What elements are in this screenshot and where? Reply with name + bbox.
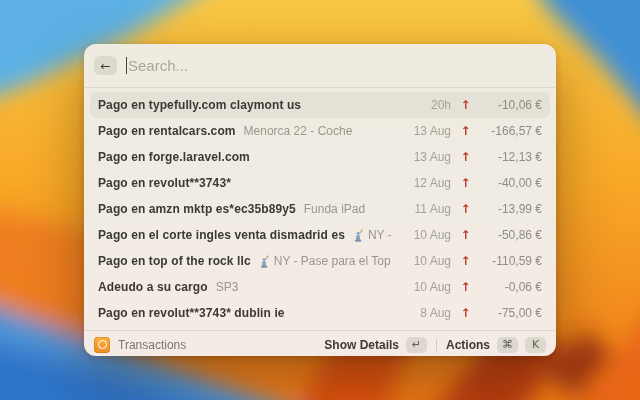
actions-button[interactable]: Actions [446,338,490,352]
transaction-subtitle: Menorca 22 - Coche [244,124,353,138]
transaction-amount: -166,57 € [480,124,542,138]
transactions-app-icon [94,337,110,353]
arrow-up-icon: ↑ [459,254,472,268]
arrow-up-icon: ↑ [459,280,472,294]
show-details-button[interactable]: Show Details [324,338,399,352]
transaction-row[interactable]: Pago en forge.laravel.com 13 Aug ↑ -12,1… [90,144,550,170]
arrow-up-icon: ↑ [459,306,472,320]
arrow-up-icon: ↑ [459,124,472,138]
footer-divider [436,339,437,351]
transaction-title: Pago en revolut**3743* [98,176,231,190]
transaction-subtitle: NY - Pase para el Top of the Rock [259,254,391,268]
transaction-amount: -50,86 € [480,228,542,242]
statue-of-liberty-icon [353,229,364,242]
transaction-subtitle: SP3 [216,280,239,294]
search-placeholder: Search... [128,57,188,74]
transaction-title: Pago en rentalcars.com [98,124,236,138]
transaction-amount: -75,00 € [480,306,542,320]
transaction-amount: -0,06 € [480,280,542,294]
transaction-date: 13 Aug [407,124,451,138]
transaction-date: 10 Aug [407,254,451,268]
transaction-title: Adeudo a su cargo [98,280,208,294]
app-label: Transactions [118,338,186,352]
transaction-row[interactable]: Adeudo a su cargo SP3 10 Aug ↑ -0,06 € [90,274,550,300]
arrow-up-icon: ↑ [459,228,472,242]
enter-key-icon: ↵ [406,337,427,353]
transaction-subtitle-text: Menorca 22 - Coche [244,124,353,138]
arrow-up-icon: ↑ [459,150,472,164]
transaction-amount: -40,00 € [480,176,542,190]
k-key-icon: K [525,337,546,353]
statue-of-liberty-icon [259,255,270,268]
transaction-title: Pago en forge.laravel.com [98,150,250,164]
transaction-date: 10 Aug [407,280,451,294]
transaction-amount: -10,06 € [480,98,542,112]
transaction-date: 8 Aug [407,306,451,320]
transaction-date: 11 Aug [407,202,451,216]
transaction-subtitle: Funda iPad [304,202,365,216]
transaction-date: 10 Aug [407,228,451,242]
transaction-subtitle-text: NY - Pase para el Top of the Rock [274,254,391,268]
transaction-date: 12 Aug [407,176,451,190]
transaction-title: Pago en typefully.com claymont us [98,98,301,112]
launcher-window: ← Search... Pago en typefully.com claymo… [84,44,556,356]
arrow-up-icon: ↑ [459,98,472,112]
cmd-key-icon: ⌘ [497,337,518,353]
transaction-row[interactable]: Pago en revolut**3743* 12 Aug ↑ -40,00 € [90,170,550,196]
transaction-row[interactable]: Pago en revolut**3743* dublin ie 8 Aug ↑… [90,300,550,326]
transaction-subtitle: NY - Seguro cancelación Hotel [353,228,391,242]
back-button[interactable]: ← [94,56,117,75]
transaction-date: 20h [407,98,451,112]
transaction-list: Pago en typefully.com claymont us 20h ↑ … [84,88,556,330]
transaction-row[interactable]: Pago en top of the rock llc NY - Pase pa… [90,248,550,274]
transaction-row[interactable]: Pago en rentalcars.com Menorca 22 - Coch… [90,118,550,144]
transaction-amount: -12,13 € [480,150,542,164]
status-bar: Transactions Show Details ↵ Actions ⌘ K [84,330,556,356]
arrow-up-icon: ↑ [459,176,472,190]
search-input[interactable]: Search... [126,44,546,87]
search-bar: ← Search... [84,44,556,88]
text-caret [126,57,127,74]
transaction-title: Pago en amzn mktp es*ec35b89y5 [98,202,296,216]
transaction-row[interactable]: Pago en el corte ingles venta dismadrid … [90,222,550,248]
transaction-row[interactable]: Pago en amzn mktp es*ec35b89y5 Funda iPa… [90,196,550,222]
transaction-amount: -13,99 € [480,202,542,216]
arrow-up-icon: ↑ [459,202,472,216]
transaction-date: 13 Aug [407,150,451,164]
transaction-subtitle-text: NY - Seguro cancelación Hotel [368,228,391,242]
transaction-title: Pago en top of the rock llc [98,254,251,268]
transaction-subtitle-text: SP3 [216,280,239,294]
transaction-amount: -110,59 € [480,254,542,268]
transaction-title: Pago en el corte ingles venta dismadrid … [98,228,345,242]
transaction-subtitle-text: Funda iPad [304,202,365,216]
transaction-row[interactable]: Pago en typefully.com claymont us 20h ↑ … [90,92,550,118]
back-arrow-icon: ← [100,59,110,73]
transaction-title: Pago en revolut**3743* dublin ie [98,306,285,320]
